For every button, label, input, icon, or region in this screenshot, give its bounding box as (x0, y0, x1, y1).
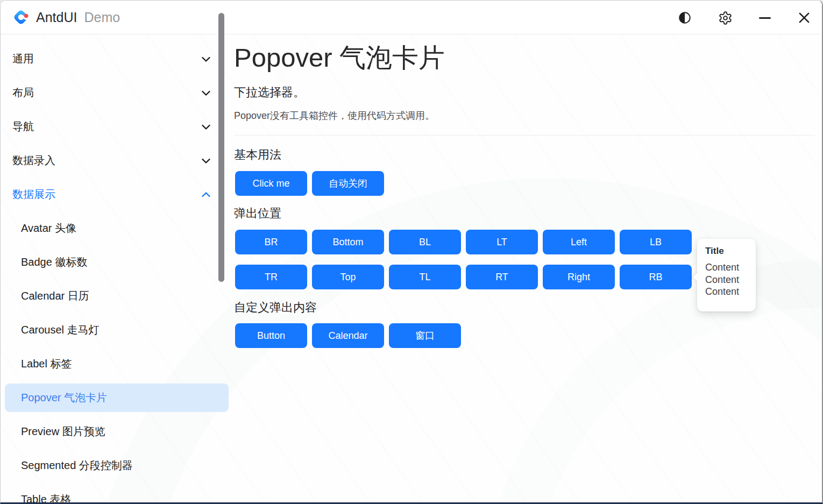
sidebar-item-calendar[interactable]: Calendar 日历 (1, 279, 229, 313)
basic-usage-button-row: Click me 自动关闭 (235, 171, 384, 196)
popover-content-line: Content (705, 286, 756, 298)
app-title: AntdUI Demo (36, 1, 120, 34)
sidebar-group-label: 数据展示 (12, 187, 55, 202)
sidebar-item-avatar[interactable]: Avatar 头像 (1, 211, 229, 245)
app-brand: AntdUI (36, 10, 77, 25)
sidebar-item-segmented[interactable]: Segmented 分段控制器 (1, 449, 229, 482)
titlebar: AntdUI Demo (1, 1, 822, 34)
chevron-down-icon (200, 53, 212, 66)
section-heading-popup-position: 弹出位置 (234, 205, 281, 222)
settings-button[interactable] (713, 6, 737, 30)
app-brand-suffix: Demo (84, 10, 120, 25)
sidebar-group-label: 布局 (12, 86, 34, 100)
popover-content-line: Content (705, 274, 756, 286)
sidebar-item-label: Preview 图片预览 (21, 424, 105, 439)
position-rb-button[interactable]: RB (620, 265, 692, 289)
sidebar-group-general[interactable]: 通用 (1, 42, 229, 76)
chevron-down-icon (200, 87, 212, 100)
divider (234, 135, 815, 136)
auto-close-button[interactable]: 自动关闭 (312, 171, 384, 196)
close-button[interactable] (792, 6, 816, 30)
sidebar-item-preview[interactable]: Preview 图片预览 (1, 415, 229, 449)
page-subtitle: 下拉选择器。 (234, 84, 305, 101)
popover-arrow (693, 273, 703, 282)
position-top-button[interactable]: Top (312, 265, 384, 289)
custom-window-button[interactable]: 窗口 (389, 323, 461, 348)
sidebar-item-label: Badge 徽标数 (21, 255, 87, 269)
custom-button-button[interactable]: Button (235, 323, 307, 348)
position-button-row-1: BR Bottom BL LT Left LB (235, 230, 692, 254)
sidebar-scrollbar-thumb[interactable] (218, 13, 224, 282)
minimize-button[interactable] (753, 6, 777, 30)
contrast-theme-toggle-icon (678, 11, 692, 25)
sidebar-item-label[interactable]: Label 标签 (1, 347, 229, 381)
position-rt-button[interactable]: RT (466, 265, 538, 289)
theme-toggle-button[interactable] (673, 6, 697, 30)
minimize-icon (759, 17, 771, 19)
sidebar-item-label: Avatar 头像 (21, 221, 76, 236)
chevron-up-icon (200, 188, 212, 201)
sidebar-item-label: Segmented 分段控制器 (21, 458, 133, 473)
sidebar-item-label: Label 标签 (21, 357, 72, 371)
position-lb-button[interactable]: LB (620, 230, 692, 254)
sidebar-item-popover[interactable]: Popover 气泡卡片 (5, 384, 229, 412)
chevron-down-icon (200, 154, 212, 167)
position-button-row-2: TR Top TL RT Right RB (235, 265, 692, 289)
sidebar-group-label: 导航 (12, 119, 34, 134)
position-bottom-button[interactable]: Bottom (312, 230, 384, 254)
click-me-button[interactable]: Click me (235, 171, 307, 196)
page-title: Popover 气泡卡片 (234, 40, 445, 76)
close-icon (797, 11, 811, 25)
sidebar-item-table[interactable]: Table 表格 (1, 482, 229, 502)
main-content: Popover 气泡卡片 下拉选择器。 Popover没有工具箱控件，使用代码方… (234, 35, 821, 501)
chevron-down-icon (200, 120, 212, 133)
sidebar-item-label: Table 表格 (21, 492, 71, 502)
sidebar-item-label: Popover 气泡卡片 (21, 391, 107, 405)
position-right-button[interactable]: Right (543, 265, 615, 289)
position-lt-button[interactable]: LT (466, 230, 538, 254)
antdui-logo-icon (12, 8, 30, 26)
position-bl-button[interactable]: BL (389, 230, 461, 254)
sidebar-item-carousel[interactable]: Carousel 走马灯 (1, 313, 229, 347)
sidebar-group-label: 数据录入 (12, 153, 55, 168)
popover-content-line: Content (705, 261, 756, 274)
custom-content-button-row: Button Calendar 窗口 (235, 323, 461, 348)
sidebar-group-data-display[interactable]: 数据展示 (1, 178, 229, 211)
section-heading-basic-usage: 基本用法 (234, 147, 281, 163)
sidebar-item-label: Carousel 走马灯 (21, 323, 100, 337)
sidebar-item-label: Calendar 日历 (21, 289, 89, 303)
settings-gear-icon (718, 11, 733, 25)
sidebar-nav: 通用 布局 导航 数据录入 (1, 35, 229, 502)
sidebar-group-label: 通用 (12, 52, 34, 66)
custom-calendar-button[interactable]: Calendar (312, 323, 384, 348)
app-window: AntdUI Demo 通用 (0, 0, 823, 504)
popover-title: Title (705, 246, 756, 257)
page-description: Popover没有工具箱控件，使用代码方式调用。 (234, 109, 435, 122)
sidebar: 通用 布局 导航 数据录入 (1, 35, 229, 502)
popover-card: Title Content Content Content (697, 239, 756, 311)
position-br-button[interactable]: BR (235, 230, 307, 254)
sidebar-item-badge[interactable]: Badge 徽标数 (1, 245, 229, 279)
position-tr-button[interactable]: TR (235, 265, 307, 289)
sidebar-group-navigation[interactable]: 导航 (1, 110, 229, 144)
position-left-button[interactable]: Left (543, 230, 615, 254)
section-heading-custom-content: 自定义弹出内容 (234, 300, 317, 316)
sidebar-group-data-entry[interactable]: 数据录入 (1, 144, 229, 178)
sidebar-group-layout[interactable]: 布局 (1, 76, 229, 110)
position-tl-button[interactable]: TL (389, 265, 461, 289)
